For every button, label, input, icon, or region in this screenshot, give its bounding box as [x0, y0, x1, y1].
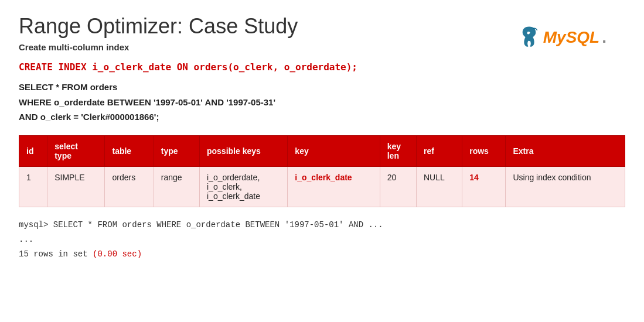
mysql-text-label: MySQL — [543, 28, 599, 47]
rows-value: 14 — [469, 173, 479, 182]
select-query-line1: SELECT * FROM orders — [19, 80, 625, 95]
col-select-type: selecttype — [47, 135, 105, 166]
terminal-line2: ... — [19, 232, 625, 247]
cell-ref: NULL — [416, 166, 462, 207]
cell-key-len: 20 — [380, 166, 416, 207]
mysql-dot: . — [602, 28, 606, 47]
terminal-line3: 15 rows in set (0.00 sec) — [19, 247, 625, 262]
table-row: 1 SIMPLE orders range i_o_orderdate,i_o_… — [19, 166, 625, 207]
table-header: id selecttype table type possible keys k… — [19, 135, 625, 166]
col-rows: rows — [462, 135, 506, 166]
create-index-statement: CREATE INDEX i_o_clerk_date ON orders(o_… — [19, 61, 625, 73]
col-type: type — [154, 135, 199, 166]
select-query-line3: AND o_clerk = 'Clerk#000001866'; — [19, 109, 625, 125]
terminal-line1: mysql> SELECT * FROM orders WHERE o_orde… — [19, 218, 625, 232]
col-extra: Extra — [506, 135, 625, 166]
mysql-logo: MySQL. — [517, 26, 606, 49]
col-id: id — [19, 135, 47, 166]
col-table: table — [105, 135, 154, 166]
cell-possible-keys: i_o_orderdate,i_o_clerk,i_o_clerk_date — [199, 166, 287, 207]
cell-key: i_o_clerk_date — [288, 166, 380, 207]
cell-type: range — [154, 166, 199, 207]
cell-id: 1 — [19, 166, 47, 207]
select-query-line2: WHERE o_orderdate BETWEEN '1997-05-01' A… — [19, 95, 625, 110]
key-value: i_o_clerk_date — [295, 173, 352, 182]
col-key: key — [288, 135, 380, 166]
mysql-dolphin-icon — [517, 26, 541, 49]
explain-table: id selecttype table type possible keys k… — [19, 135, 625, 207]
table-body: 1 SIMPLE orders range i_o_orderdate,i_o_… — [19, 166, 625, 207]
cell-extra: Using index condition — [506, 166, 625, 207]
select-query-block: SELECT * FROM orders WHERE o_orderdate B… — [19, 80, 625, 125]
terminal-output: mysql> SELECT * FROM orders WHERE o_orde… — [19, 218, 625, 262]
col-key-len: keylen — [380, 135, 416, 166]
cell-table: orders — [105, 166, 154, 207]
table-header-row: id selecttype table type possible keys k… — [19, 135, 625, 166]
time-value: (0.00 sec) — [93, 249, 142, 259]
col-possible-keys: possible keys — [199, 135, 287, 166]
mysql-logo-area: MySQL. — [517, 26, 606, 49]
cell-rows: 14 — [462, 166, 506, 207]
col-ref: ref — [416, 135, 462, 166]
cell-select-type: SIMPLE — [47, 166, 105, 207]
